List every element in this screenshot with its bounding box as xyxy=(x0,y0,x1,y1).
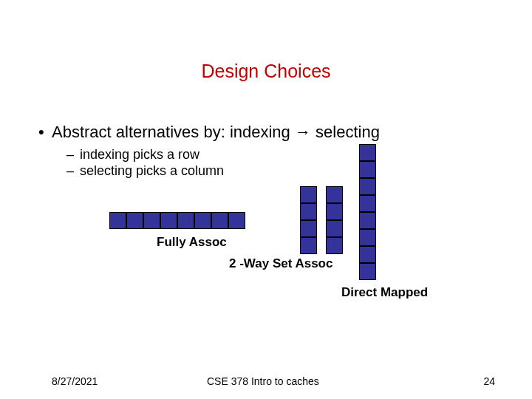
sub-bullet-indexing: indexing picks a row xyxy=(80,147,200,163)
slide-title: Design Choices xyxy=(0,61,532,82)
bullet-main-after: selecting xyxy=(311,123,380,141)
cache-cell xyxy=(326,237,343,254)
cache-cell xyxy=(359,246,376,263)
cache-cell xyxy=(359,195,376,212)
cache-cell xyxy=(326,203,343,220)
cache-cell xyxy=(143,212,160,229)
label-fully-assoc: Fully Assoc xyxy=(157,235,227,250)
cache-cell xyxy=(326,186,343,203)
cache-cell xyxy=(359,212,376,229)
cache-cell xyxy=(300,186,317,203)
cache-cell xyxy=(359,161,376,178)
cache-cell xyxy=(228,212,245,229)
label-direct-mapped: Direct Mapped xyxy=(341,285,428,300)
cache-cell xyxy=(194,212,211,229)
footer-page: 24 xyxy=(483,375,495,387)
bullet-main-before: Abstract alternatives by: indexing xyxy=(52,123,295,141)
cache-cell xyxy=(300,203,317,220)
cache-cell xyxy=(359,229,376,246)
bullet-main: Abstract alternatives by: indexing → sel… xyxy=(52,123,380,142)
arrow-icon: → xyxy=(295,123,311,141)
footer-date: 8/27/2021 xyxy=(52,375,98,387)
cache-cell xyxy=(211,212,228,229)
cache-cell xyxy=(160,212,177,229)
cache-cell xyxy=(177,212,194,229)
sub-bullet-selecting: selecting picks a column xyxy=(80,163,224,179)
label-2way-assoc: 2 -Way Set Assoc xyxy=(229,256,332,271)
cache-cell xyxy=(359,144,376,161)
cache-cell xyxy=(126,212,143,229)
cache-cell xyxy=(300,237,317,254)
cache-cell xyxy=(300,220,317,237)
cache-cell xyxy=(359,263,376,280)
cache-cell xyxy=(359,178,376,195)
footer-course: CSE 378 Intro to caches xyxy=(207,375,319,387)
cache-cell xyxy=(109,212,126,229)
cache-cell xyxy=(326,220,343,237)
